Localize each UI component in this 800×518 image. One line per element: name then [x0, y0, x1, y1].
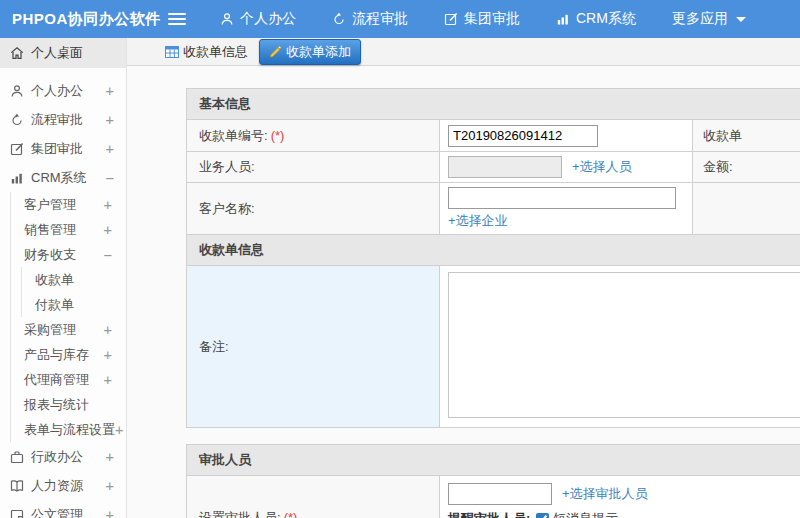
expand-icon[interactable]: + — [106, 141, 114, 157]
expand-icon[interactable]: + — [104, 322, 112, 338]
sidebar-item-label: 付款单 — [35, 296, 74, 314]
approver-input[interactable] — [448, 483, 552, 505]
sidebar-item-label: 客户管理 — [24, 196, 104, 214]
sidebar-item-group-approval[interactable]: 集团审批 + — [0, 134, 126, 163]
sidebar: 个人桌面 个人办公 + 流程审批 + 集团审批 — [0, 38, 127, 518]
collapse-icon[interactable]: − — [106, 170, 114, 186]
customer-input[interactable] — [448, 187, 676, 209]
finance-submenu: 收款单 付款单 — [21, 267, 126, 317]
bar-chart-icon — [556, 12, 570, 26]
briefcase-icon — [10, 450, 24, 464]
sidebar-item-purchase-mgmt[interactable]: 采购管理 + — [11, 317, 126, 342]
sidebar-item-label: 个人桌面 — [31, 44, 83, 62]
sidebar-item-receipt[interactable]: 收款单 — [22, 267, 126, 292]
salesperson-input — [448, 156, 562, 178]
sidebar-item-label: 收款单 — [35, 271, 74, 289]
nav-personal-office[interactable]: 个人办公 — [220, 10, 296, 28]
nav-crm-system[interactable]: CRM系统 — [556, 10, 636, 28]
top-bar: PHPOA协同办公软件 个人办公 流程审批 集团审批 CRM系统 — [0, 0, 800, 38]
sidebar-item-reports-stats[interactable]: 报表与统计 — [11, 392, 126, 417]
crm-submenu: 客户管理 + 销售管理 + 财务收支 − 收款单 付款单 — [10, 192, 126, 442]
expand-icon[interactable]: + — [106, 83, 114, 99]
nav-label: CRM系统 — [576, 10, 636, 28]
expand-icon[interactable]: + — [104, 197, 112, 213]
main-content: 收款单信息 收款单添加 基本信息 收款单编号:(*) — [127, 38, 800, 518]
set-approver-label: 设置审批人员: — [199, 510, 281, 518]
sidebar-item-personal-office[interactable]: 个人办公 + — [0, 76, 126, 105]
expand-icon[interactable]: + — [104, 222, 112, 238]
expand-icon[interactable]: + — [106, 507, 114, 518]
sidebar-item-crm[interactable]: CRM系统 − — [0, 163, 126, 192]
sidebar-item-form-flow-settings[interactable]: 表单与流程设置 + — [11, 417, 126, 442]
empty-right-cell — [693, 183, 800, 235]
expand-icon[interactable]: + — [115, 422, 123, 438]
sidebar-item-label: CRM系统 — [31, 169, 99, 187]
sidebar-item-products-inventory[interactable]: 产品与库存 + — [11, 342, 126, 367]
nav-group-approval[interactable]: 集团审批 — [444, 10, 520, 28]
sidebar-item-label: 流程审批 — [31, 111, 99, 129]
sidebar-item-admin-office[interactable]: 行政办公 + — [0, 442, 126, 471]
sidebar-item-label: 人力资源 — [31, 477, 99, 495]
document-icon — [10, 508, 24, 518]
tab-receipt-add[interactable]: 收款单添加 — [259, 39, 361, 65]
salesperson-label-cell: 业务人员: — [187, 152, 440, 183]
receipt-right-label-cell: 收款单 — [693, 120, 800, 152]
menu-toggle-icon[interactable] — [168, 13, 186, 25]
sms-remind-checkbox[interactable] — [536, 513, 549, 518]
sms-remind-label: 短消息提示 — [553, 510, 618, 518]
receipt-add-form: 基本信息 收款单编号:(*) 收款单 业务人员: +选择人员 — [127, 66, 800, 518]
sidebar-item-sales-mgmt[interactable]: 销售管理 + — [11, 217, 126, 242]
customer-field-cell: +选择企业 — [440, 183, 693, 235]
sidebar-item-process-approval[interactable]: 流程审批 + — [0, 105, 126, 134]
nav-more-apps[interactable]: 更多应用 — [672, 10, 746, 28]
home-icon — [10, 46, 24, 60]
sidebar-item-label: 公文管理 — [31, 506, 99, 518]
process-icon — [332, 12, 346, 26]
nav-process-approval[interactable]: 流程审批 — [332, 10, 408, 28]
collapse-icon[interactable]: − — [104, 247, 112, 263]
remark-field-cell — [440, 266, 800, 428]
sidebar-item-agent-mgmt[interactable]: 代理商管理 + — [11, 367, 126, 392]
tab-bar: 收款单信息 收款单添加 — [127, 38, 800, 66]
sidebar-item-payment[interactable]: 付款单 — [22, 292, 126, 317]
sidebar-item-customer-mgmt[interactable]: 客户管理 + — [11, 192, 126, 217]
expand-icon[interactable]: + — [104, 372, 112, 388]
nav-label: 更多应用 — [672, 10, 728, 28]
sidebar-item-label: 表单与流程设置 — [24, 421, 115, 439]
receipt-no-label: 收款单编号: — [199, 128, 268, 143]
sidebar-item-label: 报表与统计 — [24, 396, 112, 414]
tab-label: 收款单信息 — [183, 43, 248, 61]
sidebar-item-hr[interactable]: 人力资源 + — [0, 471, 126, 500]
tab-receipt-info[interactable]: 收款单信息 — [160, 40, 253, 64]
select-person-link[interactable]: +选择人员 — [572, 158, 632, 176]
sidebar-item-label: 采购管理 — [24, 321, 104, 339]
set-approver-label-cell: 设置审批人员:(*) — [187, 476, 440, 518]
required-mark: (*) — [271, 128, 285, 143]
sidebar-item-desktop[interactable]: 个人桌面 — [0, 38, 126, 68]
basic-info-table: 基本信息 收款单编号:(*) 收款单 业务人员: +选择人员 — [186, 88, 800, 428]
sidebar-item-label: 销售管理 — [24, 221, 104, 239]
person-icon — [10, 84, 24, 98]
receipt-no-input[interactable] — [448, 125, 598, 147]
expand-icon[interactable]: + — [106, 112, 114, 128]
expand-icon[interactable]: + — [106, 478, 114, 494]
sidebar-item-label: 集团审批 — [31, 140, 99, 158]
nav-label: 个人办公 — [240, 10, 296, 28]
top-nav: 个人办公 流程审批 集团审批 CRM系统 更多应用 — [220, 10, 746, 28]
process-icon — [10, 113, 24, 127]
expand-icon[interactable]: + — [104, 347, 112, 363]
sidebar-item-label: 财务收支 — [24, 246, 104, 264]
sidebar-item-document-mgmt[interactable]: 公文管理 + — [0, 500, 126, 518]
sidebar-item-finance[interactable]: 财务收支 − — [11, 242, 126, 267]
section-title-basic: 基本信息 — [187, 89, 800, 120]
select-company-link[interactable]: +选择企业 — [448, 213, 508, 228]
remind-approver-label: 提醒审批人员: — [448, 510, 530, 518]
remark-textarea[interactable] — [448, 272, 800, 418]
table-icon — [165, 46, 179, 58]
bar-chart-icon — [10, 171, 24, 185]
nav-label: 流程审批 — [352, 10, 408, 28]
salesperson-field-cell: +选择人员 — [440, 152, 693, 183]
select-approver-link[interactable]: +选择审批人员 — [562, 485, 648, 503]
tab-label: 收款单添加 — [286, 43, 351, 61]
expand-icon[interactable]: + — [106, 449, 114, 465]
